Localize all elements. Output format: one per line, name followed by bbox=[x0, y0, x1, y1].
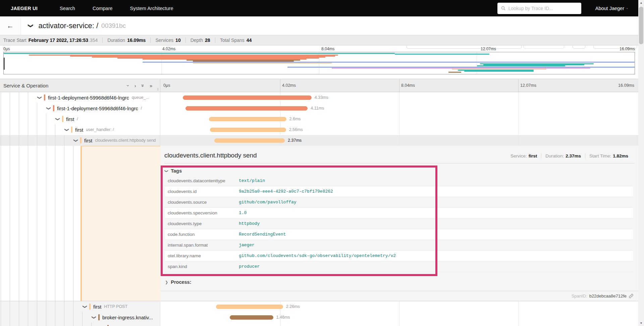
chevron-down-icon[interactable]: ❯ bbox=[46, 106, 51, 110]
stat-value-fraction: .354 bbox=[89, 38, 98, 43]
indent-guides bbox=[1, 135, 73, 146]
span-row[interactable]: ❯broker-ingress.knativ... 1.46ms bbox=[0, 312, 638, 323]
scrollbar-thumb[interactable] bbox=[639, 7, 643, 44]
nav-menu: Search Compare System Architecture bbox=[60, 6, 173, 11]
tags-section: ❯ Tags cloudevents.datacontenttypetext/p… bbox=[165, 166, 635, 272]
span-row[interactable]: ❯firstHTTP POST 2.26ms bbox=[0, 301, 638, 312]
minimap-span-segment bbox=[193, 63, 332, 64]
span-bar[interactable] bbox=[210, 128, 286, 132]
back-button[interactable]: ← bbox=[0, 16, 21, 35]
tag-key: cloudevents.specversion bbox=[168, 210, 239, 215]
span-duration: 1.46ms bbox=[276, 315, 290, 320]
collapse-all-icon[interactable]: » bbox=[140, 84, 146, 87]
nav-item-system-architecture[interactable]: System Architecture bbox=[130, 6, 173, 11]
trace-id: 00391bc bbox=[101, 22, 126, 29]
trace-id-lookup[interactable] bbox=[497, 3, 581, 14]
jaeger-app: JAEGER UI Search Compare System Architec… bbox=[0, 0, 638, 326]
nav-item-compare[interactable]: Compare bbox=[93, 6, 113, 11]
ruler-tick: 4.02ms bbox=[162, 47, 175, 51]
stat-trace-start: Trace Start February 17 2022, 17:26:53 .… bbox=[3, 38, 102, 43]
stat-value: February 17 2022, 17:26:53 bbox=[29, 38, 88, 43]
detail-duration: Duration:2.37ms bbox=[541, 153, 585, 158]
nav-item-search[interactable]: Search bbox=[60, 6, 75, 11]
service-name: first-1-deployment-59968d6f46-lngrc bbox=[57, 106, 138, 111]
scroll-up-arrow-icon[interactable]: ▲ bbox=[638, 0, 644, 6]
span-row[interactable]: ❯firstuser_handler: / 2.56ms bbox=[0, 124, 638, 135]
copy-link-icon[interactable] bbox=[629, 294, 634, 299]
tag-row: cloudevents.typehttpbody bbox=[165, 218, 633, 229]
stat-label: Trace Start bbox=[3, 38, 26, 43]
span-row[interactable]: ❯first-1-deployment-59968d6f46-lngrc/ 4.… bbox=[0, 103, 638, 114]
timeline-header: Service & Operation › › » » ‖ 0μs 4.02ms… bbox=[0, 79, 638, 92]
span-rows-region: ❯first-1-deployment-59968d6f46-lngrcqueu… bbox=[0, 92, 638, 326]
trace-collapse-chevron-icon[interactable]: ❯ bbox=[28, 23, 34, 28]
span-row[interactable]: ❯first/ 2.6ms bbox=[0, 114, 638, 124]
tags-header[interactable]: ❯ Tags bbox=[165, 166, 635, 176]
indent-guides bbox=[1, 312, 91, 323]
minimap-ruler: 0μs 4.02ms 8.04ms 12.07ms 16.09ms bbox=[0, 46, 638, 52]
service-name: broker-ingress.knativ... bbox=[102, 315, 153, 320]
tag-row: otel.library.namegithub.com/cloudevents/… bbox=[165, 251, 633, 261]
brand-logo[interactable]: JAEGER UI bbox=[11, 6, 38, 11]
expand-all-icon[interactable]: » bbox=[150, 83, 152, 88]
minimap-span-segment bbox=[464, 71, 534, 72]
span-bar[interactable] bbox=[214, 138, 285, 143]
ruler-tick: 4.02ms bbox=[282, 83, 296, 88]
span-row[interactable]: ❯first-1-deployment-59968d6f46-lngrcqueu… bbox=[0, 92, 638, 103]
tag-row: span.kindproducer bbox=[165, 261, 633, 272]
span-duration: 4.11ms bbox=[311, 106, 324, 111]
minimap-scrubber-handle[interactable] bbox=[4, 58, 5, 70]
about-jaeger-menu[interactable]: About Jaeger › bbox=[595, 6, 628, 11]
tag-key: otel.library.name bbox=[168, 253, 239, 258]
span-duration: 2.6ms bbox=[289, 117, 301, 121]
scrollbar[interactable]: ▲ ▼ bbox=[638, 0, 644, 326]
chevron-down-icon[interactable]: ❯ bbox=[37, 95, 42, 100]
tag-value: 1.0 bbox=[239, 210, 247, 215]
stat-services: Services 10 bbox=[150, 38, 185, 43]
operation-name: cloudevents.client.httpbody send bbox=[95, 138, 156, 143]
trace-id-lookup-input[interactable] bbox=[508, 6, 578, 11]
minimap-span-segment bbox=[448, 72, 461, 73]
column-resize-handle[interactable]: ‖ bbox=[157, 87, 159, 91]
span-row-selected[interactable]: ❯firstcloudevents.client.httpbody send 2… bbox=[0, 135, 638, 146]
trace-header-bar: ← ❯ activator-service: / 00391bc ◎ ∧ ∨ ×… bbox=[0, 16, 638, 35]
ruler-tick: 0μs bbox=[163, 83, 170, 88]
chevron-down-icon[interactable]: ❯ bbox=[73, 138, 78, 142]
chevron-down-icon[interactable]: ❯ bbox=[55, 117, 60, 121]
indent-guides bbox=[1, 114, 55, 124]
chevron-down-icon[interactable]: ❯ bbox=[64, 128, 69, 132]
tag-key: cloudevents.source bbox=[168, 200, 239, 205]
span-bar[interactable] bbox=[183, 95, 311, 100]
service-name: first bbox=[93, 304, 101, 310]
span-bar[interactable] bbox=[209, 117, 286, 121]
chevron-down-icon: ❯ bbox=[164, 169, 169, 172]
ruler-tick: 0μs bbox=[3, 47, 10, 51]
ruler-tick: 8.04ms bbox=[401, 83, 415, 88]
trace-minimap[interactable] bbox=[3, 52, 635, 74]
span-duration: 4.33ms bbox=[315, 95, 328, 100]
expand-one-icon[interactable]: › bbox=[135, 83, 136, 88]
indent-guides bbox=[1, 323, 100, 326]
stat-label: Services bbox=[155, 38, 173, 43]
span-bar[interactable] bbox=[185, 106, 308, 111]
process-header[interactable]: ❯ Process: bbox=[165, 277, 635, 287]
span-bar[interactable] bbox=[230, 315, 273, 320]
expand-collapse-controls: › › » » bbox=[127, 83, 153, 88]
span-duration: 2.56ms bbox=[289, 127, 303, 132]
scroll-down-arrow-icon[interactable]: ▼ bbox=[638, 320, 644, 326]
stat-label: Total Spans bbox=[220, 38, 245, 43]
span-bar[interactable] bbox=[216, 305, 283, 309]
tag-key: code.function bbox=[168, 232, 239, 237]
chevron-down-icon[interactable]: ❯ bbox=[92, 315, 97, 319]
service-color-bar bbox=[98, 314, 100, 320]
collapse-one-icon[interactable]: › bbox=[125, 85, 131, 86]
chevron-down-icon[interactable]: ❯ bbox=[83, 305, 88, 309]
service-color-bar bbox=[53, 105, 54, 111]
about-jaeger-label: About Jaeger bbox=[595, 6, 624, 11]
span-row[interactable]: ❯broker-ingress.kn... 1.28ms bbox=[0, 323, 638, 326]
tag-key: cloudevents.id bbox=[168, 189, 239, 194]
minimap-span-segment bbox=[477, 65, 565, 66]
timeline-ruler: 0μs 4.02ms 8.04ms 12.07ms 16.09ms bbox=[160, 79, 638, 92]
service-color-bar bbox=[71, 127, 72, 133]
search-icon bbox=[501, 6, 506, 11]
